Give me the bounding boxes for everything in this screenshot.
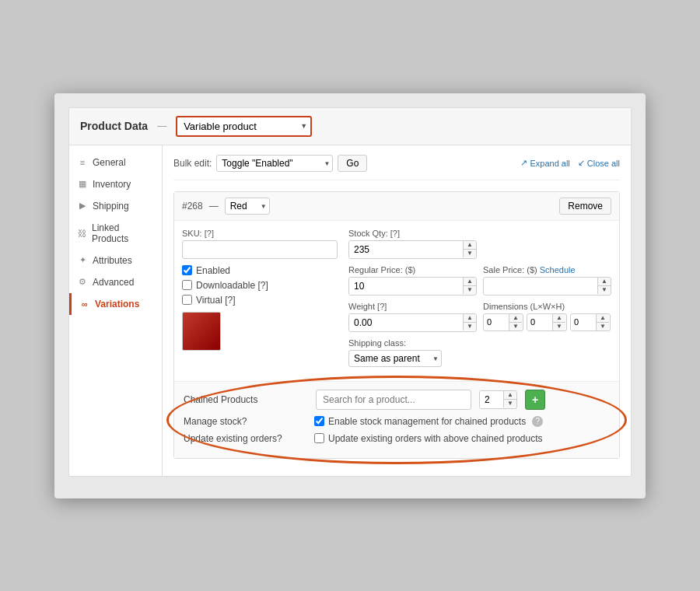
regular-price-down[interactable]: ▼ [464,286,476,294]
chained-qty-down[interactable]: ▼ [504,400,516,407]
enabled-checkbox-row[interactable]: Enabled [182,265,338,276]
stock-qty-input-wrapper: ▲ ▼ [348,240,477,259]
sidebar-item-label: Inventory [93,179,131,190]
manage-stock-checkbox[interactable] [314,416,324,426]
manage-stock-row: Manage stock? Enable stock management fo… [184,416,610,427]
shipping-class-label: Shipping class: [348,338,611,348]
color-select[interactable]: Red Blue Green [225,198,270,215]
expand-links: ↗ Expand all ↙ Close all [520,158,620,168]
shipping-class-select[interactable]: Same as parent [348,350,442,367]
regular-price-input-wrapper: ▲ ▼ [348,277,477,296]
stock-qty-up[interactable]: ▲ [464,241,476,250]
close-icon: ↙ [578,158,585,168]
dim-h-down[interactable]: ▼ [597,323,609,330]
chained-products-label: Chained Products [184,394,308,405]
bulk-select-wrapper: Toggle "Enabled" Toggle "Downloadable" T… [216,155,333,172]
variation-body: SKU: [?] Enabled Downloadable [?] [174,221,619,375]
dim-l-input[interactable] [484,315,509,329]
manage-stock-help-icon[interactable]: ? [532,416,543,427]
weight-label: Weight [?] [348,302,477,311]
sidebar-item-label: Variations [95,299,139,309]
dim-l-up[interactable]: ▲ [509,314,522,323]
search-product-input[interactable] [316,390,471,410]
sidebar-item-shipping[interactable]: ▶ Shipping [69,195,162,217]
update-orders-row: Update existing orders? Update existing … [184,433,610,444]
variations-icon: ∞ [79,299,90,309]
window: Product Data — Variable product Simple p… [54,93,646,498]
expand-all-link[interactable]: ↗ Expand all [520,158,569,168]
weight-up[interactable]: ▲ [464,314,476,323]
stock-qty-input[interactable] [349,241,463,258]
sidebar-item-label: Advanced [93,277,134,288]
weight-down[interactable]: ▼ [464,323,476,330]
sku-label: SKU: [?] [182,229,338,238]
virtual-label: Virtual [?] [196,295,235,306]
sale-price-field: Sale Price: ($) Schedule ▲ ▼ [483,265,611,296]
bulk-action-select[interactable]: Toggle "Enabled" Toggle "Downloadable" T… [216,155,333,172]
product-type-select[interactable]: Variable product Simple product Grouped … [176,116,312,137]
sidebar-item-general[interactable]: ≡ General [69,152,162,173]
variation-header: #268 — Red Blue Green Remove [174,192,619,221]
dim-h-input[interactable] [571,315,596,329]
go-button[interactable]: Go [338,155,367,172]
sale-price-input-wrapper: ▲ ▼ [483,277,611,296]
checkboxes: Enabled Downloadable [?] Virtual [?] [182,265,338,306]
sidebar-item-inventory[interactable]: ▦ Inventory [69,173,162,195]
panel-body: ≡ General ▦ Inventory ▶ Shipping ⛓ Linke… [69,145,631,476]
attributes-icon: ✦ [77,255,88,265]
variation-id: #268 [182,201,203,212]
virtual-checkbox[interactable] [182,295,192,305]
advanced-icon: ⚙ [77,277,88,287]
dim-h-up[interactable]: ▲ [597,314,609,323]
regular-price-up[interactable]: ▲ [464,278,476,286]
sale-price-input[interactable] [484,278,597,295]
update-orders-checkbox-label: Update existing orders with above chaine… [328,433,543,444]
chained-products-row: Chained Products ▲ ▼ + [184,390,610,410]
general-icon: ≡ [77,158,88,167]
remove-button[interactable]: Remove [559,198,611,215]
enabled-checkbox[interactable] [182,265,192,275]
update-orders-checkbox-row[interactable]: Update existing orders with above chaine… [314,433,543,444]
variation-left: SKU: [?] Enabled Downloadable [?] [182,229,338,367]
expand-icon: ↗ [520,158,527,168]
sale-price-up[interactable]: ▲ [598,278,611,286]
manage-stock-checkbox-row[interactable]: Enable stock management for chained prod… [314,416,526,427]
sidebar-item-label: Attributes [93,255,132,266]
schedule-link[interactable]: Schedule [540,265,576,275]
dimensions-field: Dimensions (L×W×H) ▲ ▼ [483,302,611,332]
update-orders-checkbox[interactable] [314,433,324,443]
main-content: Bulk edit: Toggle "Enabled" Toggle "Down… [163,145,631,476]
right-grid: Stock Qty: [?] ▲ ▼ [348,229,611,367]
downloadable-checkbox[interactable] [182,280,192,290]
downloadable-checkbox-row[interactable]: Downloadable [?] [182,280,338,291]
sidebar-item-variations[interactable]: ∞ Variations [69,293,162,315]
stock-qty-down[interactable]: ▼ [464,250,476,257]
dim-w-up[interactable]: ▲ [553,314,565,323]
sidebar-item-label: General [93,157,126,168]
sidebar-item-label: Linked Products [92,222,154,244]
bulk-edit-label: Bulk edit: [173,158,212,169]
chained-qty-input[interactable] [480,391,503,408]
add-chained-button[interactable]: + [525,390,545,410]
sidebar: ≡ General ▦ Inventory ▶ Shipping ⛓ Linke… [69,145,163,476]
chained-qty-up[interactable]: ▲ [504,391,516,400]
dims-row: ▲ ▼ ▲ ▼ [483,313,611,331]
sku-input[interactable] [182,240,338,259]
weight-input[interactable] [349,314,463,331]
enabled-label: Enabled [196,265,230,276]
panel-header: Product Data — Variable product Simple p… [69,108,631,145]
sidebar-item-advanced[interactable]: ⚙ Advanced [69,271,162,293]
sidebar-item-label: Shipping [93,201,129,212]
dim-w-input[interactable] [527,315,552,329]
dim-l-down[interactable]: ▼ [509,323,522,330]
bulk-edit-bar: Bulk edit: Toggle "Enabled" Toggle "Down… [173,155,620,180]
close-all-link[interactable]: ↙ Close all [578,158,620,168]
sidebar-item-linked-products[interactable]: ⛓ Linked Products [69,217,162,250]
virtual-checkbox-row[interactable]: Virtual [?] [182,295,338,306]
sidebar-item-attributes[interactable]: ✦ Attributes [69,250,162,271]
variation-row: #268 — Red Blue Green Remove [173,191,620,459]
linked-products-icon: ⛓ [77,229,87,238]
sale-price-down[interactable]: ▼ [598,286,611,294]
dim-w-down[interactable]: ▼ [553,323,565,330]
regular-price-input[interactable] [349,278,463,295]
